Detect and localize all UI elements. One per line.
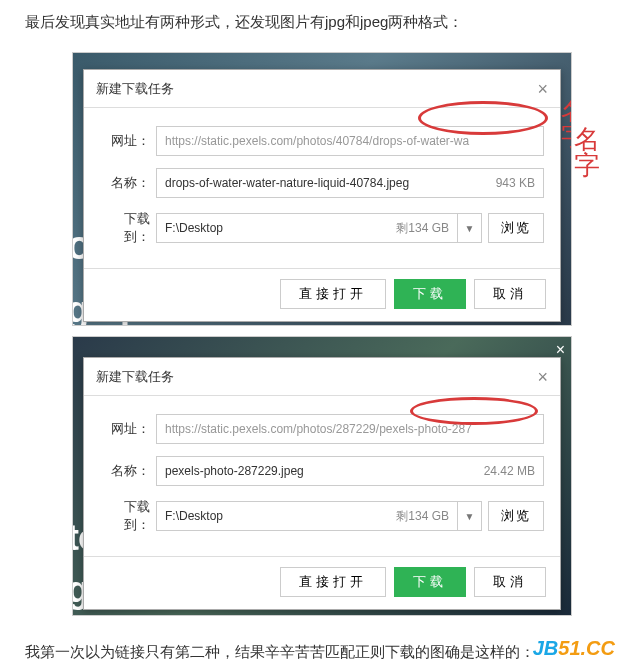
download-path-input[interactable] — [157, 214, 388, 242]
file-size: 943 KB — [488, 176, 543, 190]
screenshot-2: × to graphicstock 新建下载任务 × 网址： 名称： 24.42… — [72, 336, 572, 616]
annotation-text: 名字 — [561, 98, 572, 150]
download-button[interactable]: 下载 — [394, 279, 466, 309]
page-watermark: JB51.CC — [533, 637, 615, 660]
download-path-input[interactable] — [157, 502, 388, 530]
path-dropdown-icon[interactable]: ▼ — [457, 214, 481, 242]
dialog-header: 新建下载任务 × — [84, 358, 560, 396]
screenshot-1: o graphicstock 新建下载任务 × 网址： 名称： 943 KB 下 — [72, 52, 572, 326]
article-intro: 最后发现真实地址有两种形式，还发现图片有jpg和jpeg两种格式： — [0, 0, 621, 52]
browse-button[interactable]: 浏览 — [488, 501, 544, 531]
file-size: 24.42 MB — [476, 464, 543, 478]
close-icon[interactable]: × — [537, 70, 548, 108]
download-to-label: 下载到： — [100, 498, 156, 534]
article-outro: 我第一次以为链接只有第二种，结果辛辛苦苦匹配正则下载的图确是这样的： — [0, 626, 621, 672]
free-space: 剩134 GB — [388, 220, 457, 237]
name-label: 名称： — [100, 174, 156, 192]
download-to-label: 下载到： — [100, 210, 156, 246]
download-button[interactable]: 下载 — [394, 567, 466, 597]
path-dropdown-icon[interactable]: ▼ — [457, 502, 481, 530]
dialog-title: 新建下载任务 — [96, 70, 174, 108]
url-label: 网址： — [100, 420, 156, 438]
url-input[interactable] — [157, 127, 543, 155]
url-label: 网址： — [100, 132, 156, 150]
download-dialog: 新建下载任务 × 网址： 名称： 943 KB 下载到： — [83, 69, 561, 322]
url-input[interactable] — [157, 415, 543, 443]
cancel-button[interactable]: 取消 — [474, 567, 546, 597]
dialog-title: 新建下载任务 — [96, 358, 174, 396]
annotation-text-outside: 名字 — [574, 127, 621, 179]
free-space: 剩134 GB — [388, 508, 457, 525]
name-label: 名称： — [100, 462, 156, 480]
open-directly-button[interactable]: 直接打开 — [280, 567, 386, 597]
dialog-header: 新建下载任务 × — [84, 70, 560, 108]
browse-button[interactable]: 浏览 — [488, 213, 544, 243]
name-input[interactable] — [157, 169, 488, 197]
download-dialog: 新建下载任务 × 网址： 名称： 24.42 MB 下载到： — [83, 357, 561, 610]
close-icon[interactable]: × — [537, 358, 548, 396]
open-directly-button[interactable]: 直接打开 — [280, 279, 386, 309]
name-input[interactable] — [157, 457, 476, 485]
cancel-button[interactable]: 取消 — [474, 279, 546, 309]
